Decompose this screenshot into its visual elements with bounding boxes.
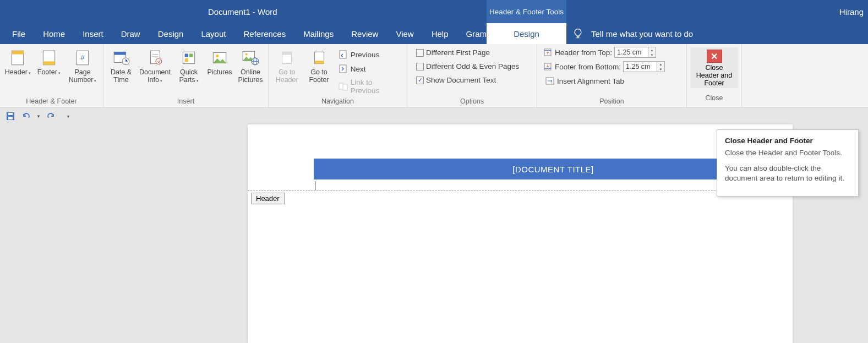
group-insert: Date & Time Document Info Quick Parts Pi… <box>103 44 269 107</box>
link-icon <box>339 81 348 91</box>
redo-icon[interactable] <box>46 111 56 121</box>
footer-bottom-input[interactable]: 1.25 cm <box>623 61 657 72</box>
svg-point-20 <box>245 53 247 56</box>
svg-rect-15 <box>189 54 193 57</box>
header-button[interactable]: Header <box>3 47 32 78</box>
next-icon <box>339 64 348 74</box>
date-time-button[interactable]: Date & Time <box>107 47 135 85</box>
group-header-footer: Header Footer # Page Number Header & Foo… <box>0 44 103 107</box>
goto-footer-button[interactable]: Go to Footer <box>304 47 334 85</box>
tab-view[interactable]: View <box>387 23 422 44</box>
group-label-position: Position <box>541 97 683 107</box>
close-header-footer-button[interactable]: ✕ Close Header and Footer <box>690 47 738 88</box>
tab-draw[interactable]: Draw <box>112 23 149 44</box>
link-to-previous-button: Link to Previous <box>336 77 403 96</box>
footer-button[interactable]: Footer <box>35 47 64 78</box>
svg-rect-38 <box>8 117 13 119</box>
pictures-button[interactable]: Pictures <box>205 47 234 77</box>
alignment-tab-icon <box>545 76 555 86</box>
goto-header-button: Go to Header <box>272 47 302 85</box>
group-options: Different First Page Different Odd & Eve… <box>407 44 537 107</box>
svg-rect-27 <box>314 61 324 63</box>
svg-point-12 <box>156 58 162 64</box>
checkbox-icon <box>416 49 424 57</box>
online-pictures-button[interactable]: Online Pictures <box>236 47 265 85</box>
tab-insert[interactable]: Insert <box>74 23 112 44</box>
group-label-navigation: Navigation <box>272 97 403 107</box>
svg-rect-1 <box>12 51 24 54</box>
contextual-tab-group-label: Header & Footer Tools <box>487 0 566 23</box>
svg-rect-31 <box>343 84 347 90</box>
quick-access-toolbar: ▼ ▾ <box>0 108 868 124</box>
page-number-icon: # <box>73 48 92 67</box>
footer-icon <box>40 48 58 67</box>
undo-icon[interactable] <box>21 111 31 121</box>
group-position: Header from Top: 1.25 cm ▲▼ Footer from … <box>537 44 687 107</box>
title-bar: Document1 - Word Header & Footer Tools H… <box>0 0 868 23</box>
text-cursor <box>315 181 315 190</box>
checkbox-checked-icon: ✓ <box>416 77 424 84</box>
group-label-close: Close <box>690 94 738 104</box>
svg-rect-39 <box>8 113 13 115</box>
pictures-icon <box>210 48 229 67</box>
svg-rect-14 <box>185 54 188 57</box>
footer-bottom-icon <box>543 62 553 72</box>
save-icon[interactable] <box>6 111 15 121</box>
ribbon: Header Footer # Page Number Header & Foo… <box>0 44 868 108</box>
tab-file[interactable]: File <box>0 23 34 44</box>
previous-button[interactable]: Previous <box>336 48 403 61</box>
group-navigation: Go to Header Go to Footer Previous Next … <box>269 44 407 107</box>
group-close: ✕ Close Header and Footer Close <box>687 44 742 107</box>
header-top-icon <box>543 47 553 57</box>
close-x-icon: ✕ <box>707 50 722 63</box>
tab-layout[interactable]: Layout <box>192 23 234 44</box>
tab-design-contextual[interactable]: Design <box>487 23 566 44</box>
group-label-options: Options <box>411 97 533 107</box>
different-odd-even-checkbox[interactable]: Different Odd & Even Pages <box>414 61 521 72</box>
tooltip-line-2: You can also double-click the document a… <box>725 164 850 183</box>
tab-mailings[interactable]: Mailings <box>294 23 342 44</box>
tab-review[interactable]: Review <box>342 23 387 44</box>
footer-bottom-label: Footer from Bottom: <box>555 63 621 71</box>
svg-rect-16 <box>185 58 188 62</box>
page-number-button[interactable]: # Page Number <box>65 47 100 86</box>
group-label-header-footer: Header & Footer <box>3 97 100 107</box>
calendar-icon <box>112 48 130 67</box>
tooltip-title: Close Header and Footer <box>725 137 850 145</box>
tell-me-text: Tell me what you want to do <box>591 29 693 39</box>
lightbulb-icon <box>572 28 583 39</box>
quick-parts-button[interactable]: Quick Parts <box>174 47 203 86</box>
show-document-text-checkbox[interactable]: ✓ Show Document Text <box>414 75 498 85</box>
header-region-tag: Header <box>251 193 285 204</box>
tab-design[interactable]: Design <box>149 23 193 44</box>
document-page[interactable]: [DOCUMENT TITLE] Header <box>248 124 793 343</box>
close-header-footer-tooltip: Close Header and Footer Close the Header… <box>717 129 859 197</box>
svg-rect-3 <box>43 61 54 64</box>
document-info-button[interactable]: Document Info <box>138 47 172 86</box>
header-boundary-line <box>248 190 793 191</box>
goto-header-icon <box>277 48 296 67</box>
tab-home[interactable]: Home <box>34 23 74 44</box>
online-pictures-icon <box>241 48 260 67</box>
next-button[interactable]: Next <box>336 63 403 75</box>
undo-dropdown-icon[interactable]: ▼ <box>36 114 41 119</box>
footer-bottom-spinner[interactable]: ▲▼ <box>657 61 665 72</box>
tab-references[interactable]: References <box>234 23 294 44</box>
insert-alignment-tab-button[interactable]: Insert Alignment Tab <box>543 75 626 87</box>
header-icon <box>8 48 27 67</box>
quick-parts-icon <box>179 48 198 67</box>
header-top-spinner[interactable]: ▲▼ <box>648 47 656 58</box>
different-first-page-checkbox[interactable]: Different First Page <box>414 47 492 58</box>
window-title: Document1 - Word <box>208 7 277 17</box>
document-info-icon <box>146 48 165 67</box>
qat-customize-icon[interactable]: ▾ <box>67 114 69 119</box>
header-top-input[interactable]: 1.25 cm <box>614 47 648 58</box>
svg-rect-25 <box>282 52 292 55</box>
tab-help[interactable]: Help <box>423 23 457 44</box>
tooltip-line-1: Close the Header and Footer Tools. <box>725 148 850 158</box>
svg-text:#: # <box>81 53 85 62</box>
tell-me-zone[interactable]: Tell me what you want to do <box>572 23 693 44</box>
ribbon-tabs: File Home Insert Draw Design Layout Refe… <box>0 23 868 44</box>
previous-icon <box>339 50 348 59</box>
user-name[interactable]: Hirang <box>839 7 864 17</box>
